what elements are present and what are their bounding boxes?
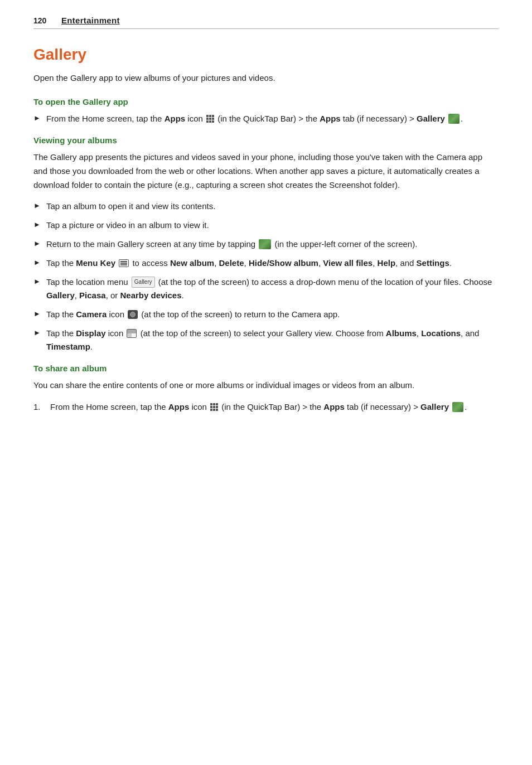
bullet-text: Tap the Menu Key to access New album, De… (46, 256, 499, 270)
subsection-share-album: To share an album You can share the enti… (33, 364, 499, 414)
intro-paragraph: Open the Gallery app to view albums of y… (33, 71, 499, 85)
list-item: ► Tap a picture or video in an album to … (33, 219, 499, 232)
gallery-bold-2: Gallery (420, 402, 449, 411)
subsection-open-gallery: To open the Gallery app ► From the Home … (33, 97, 499, 125)
menu-key-icon (119, 259, 129, 267)
list-item: ► Tap the Display icon (at the top of th… (33, 327, 499, 354)
list-item: ► Tap the Camera icon (at the top of the… (33, 308, 499, 321)
viewing-bullets: ► Tap an album to open it and view its c… (33, 200, 499, 354)
gallery-small-icon (448, 114, 460, 124)
bullet-text: Tap the location menu Gallery (at the to… (46, 275, 499, 302)
list-item-text: From the Home screen, tap the Apps icon … (50, 400, 499, 414)
subsection-title-open-gallery: To open the Gallery app (33, 97, 499, 106)
gallery-bold: Gallery (417, 114, 445, 123)
bullet-text: Return to the main Gallery screen at any… (46, 238, 499, 251)
timestamp-bold: Timestamp (46, 342, 90, 351)
bullet-arrow-icon: ► (33, 219, 41, 231)
picasa-bold: Picasa (79, 290, 106, 300)
list-item: ► Tap an album to open it and view its c… (33, 200, 499, 213)
bullet-arrow-icon: ► (33, 327, 41, 339)
nearby-bold: Nearby devices (120, 290, 181, 300)
bullet-arrow-icon: ► (33, 113, 41, 124)
apps-tab-bold: Apps (320, 114, 341, 123)
bullet-arrow-icon: ► (33, 200, 41, 212)
apps-bold-2: Apps (168, 402, 190, 411)
subsection-title-viewing: Viewing your albums (33, 135, 499, 145)
list-item: ► From the Home screen, tap the Apps ico… (33, 112, 499, 125)
delete-bold: Delete (219, 258, 244, 268)
apps-bold: Apps (165, 114, 186, 123)
subsection-viewing-albums: Viewing your albums The Gallery app pres… (33, 135, 499, 354)
bullet-arrow-icon: ► (33, 257, 41, 269)
bullet-text: Tap the Camera icon (at the top of the s… (46, 308, 499, 321)
list-item: ► Tap the location menu Gallery (at the … (33, 275, 499, 302)
bullet-arrow-icon: ► (33, 308, 41, 320)
bullet-text: Tap an album to open it and view its con… (46, 200, 499, 213)
bullet-text: Tap a picture or video in an album to vi… (46, 219, 499, 232)
list-item: ► Tap the Menu Key to access New album, … (33, 256, 499, 270)
gallery-choice-bold: Gallery (46, 290, 75, 300)
apps-grid-icon-2 (210, 403, 218, 411)
page-header: 120 Entertainment (33, 16, 499, 29)
page-content: 120 Entertainment Gallery Open the Galle… (0, 0, 532, 453)
settings-bold: Settings (417, 258, 449, 268)
viewall-bold: View all files (323, 258, 373, 268)
hideshow-bold: Hide/Show album (249, 258, 318, 268)
locations-bold: Locations (421, 328, 461, 338)
gallery-small-icon-2 (452, 402, 463, 412)
menu-key-bold: Menu Key (76, 258, 115, 268)
display-icon (127, 329, 137, 338)
viewing-body: The Gallery app presents the pictures an… (33, 151, 499, 192)
share-numbered-list: 1. From the Home screen, tap the Apps ic… (33, 400, 499, 414)
camera-bold: Camera (76, 309, 107, 319)
open-gallery-bullets: ► From the Home screen, tap the Apps ico… (33, 112, 499, 125)
display-bold: Display (76, 328, 105, 338)
list-item: 1. From the Home screen, tap the Apps ic… (33, 400, 499, 414)
bullet-arrow-icon: ► (33, 238, 41, 250)
share-body: You can share the entire contents of one… (33, 379, 499, 393)
bullet-text: From the Home screen, tap the Apps icon … (46, 112, 499, 125)
bullet-arrow-icon: ► (33, 276, 41, 288)
new-album-bold: New album (170, 258, 214, 268)
camera-icon (128, 310, 138, 319)
apps-grid-icon (206, 115, 214, 123)
albums-bold: Albums (386, 328, 417, 338)
gallery-top-icon (259, 239, 271, 249)
page-number: 120 (33, 16, 51, 25)
gallery-label-icon: Gallery (132, 277, 155, 288)
subsection-title-share: To share an album (33, 364, 499, 373)
list-number: 1. (33, 400, 47, 414)
section-title: Entertainment (61, 16, 120, 25)
gallery-title: Gallery (33, 46, 499, 64)
help-bold: Help (378, 258, 396, 268)
bullet-text: Tap the Display icon (at the top of the … (46, 327, 499, 354)
apps-tab-bold-2: Apps (323, 402, 345, 411)
list-item: ► Return to the main Gallery screen at a… (33, 238, 499, 251)
